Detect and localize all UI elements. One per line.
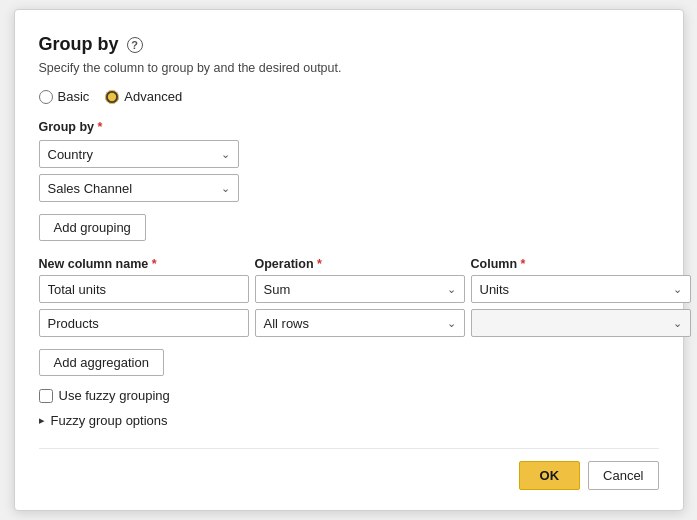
chevron-down-icon-col1: ⌄ <box>673 283 682 296</box>
chevron-down-icon-2: ⌄ <box>221 182 230 195</box>
column-dropdown-2-disabled: ⌄ <box>471 309 691 337</box>
aggregation-row-2: All rows ⌄ ⌄ <box>39 309 659 337</box>
chevron-down-icon-op1: ⌄ <box>447 283 456 296</box>
fuzzy-group-options-label: Fuzzy group options <box>51 413 168 428</box>
chevron-right-icon: ▸ <box>39 414 45 427</box>
fuzzy-grouping-row: Use fuzzy grouping <box>39 388 659 403</box>
fuzzy-grouping-label[interactable]: Use fuzzy grouping <box>59 388 170 403</box>
fuzzy-group-options-row[interactable]: ▸ Fuzzy group options <box>39 413 659 428</box>
operation-dropdown-2[interactable]: All rows ⌄ <box>255 309 465 337</box>
column-1-value: Units <box>480 282 510 297</box>
dialog-title-row: Group by ? <box>39 34 659 55</box>
chevron-down-icon-1: ⌄ <box>221 148 230 161</box>
radio-advanced[interactable]: Advanced <box>105 89 182 104</box>
operation-2-value: All rows <box>264 316 310 331</box>
column-dropdown-1[interactable]: Units ⌄ <box>471 275 691 303</box>
operation-dropdown-1[interactable]: Sum ⌄ <box>255 275 465 303</box>
dialog-subtitle: Specify the column to group by and the d… <box>39 61 659 75</box>
dialog-title: Group by <box>39 34 119 55</box>
column-label: Column <box>471 257 691 271</box>
radio-advanced-label: Advanced <box>124 89 182 104</box>
mode-radio-group: Basic Advanced <box>39 89 659 104</box>
aggregation-header: New column name Operation Column <box>39 257 659 271</box>
help-icon[interactable]: ? <box>127 37 143 53</box>
group-by-dropdown-1[interactable]: Country ⌄ <box>39 140 239 168</box>
ok-button[interactable]: OK <box>519 461 581 490</box>
radio-basic[interactable]: Basic <box>39 89 90 104</box>
group-by-1-value: Country <box>48 147 94 162</box>
aggregation-row-1: Sum ⌄ Units ⌄ <box>39 275 659 303</box>
group-by-dialog: Group by ? Specify the column to group b… <box>14 9 684 511</box>
chevron-down-icon-col2: ⌄ <box>673 317 682 330</box>
new-column-name-2[interactable] <box>39 309 249 337</box>
new-column-name-1[interactable] <box>39 275 249 303</box>
new-column-label: New column name <box>39 257 249 271</box>
fuzzy-grouping-checkbox[interactable] <box>39 389 53 403</box>
operation-label: Operation <box>255 257 465 271</box>
add-aggregation-button[interactable]: Add aggregation <box>39 349 164 376</box>
add-grouping-button[interactable]: Add grouping <box>39 214 146 241</box>
group-by-label: Group by <box>39 120 659 134</box>
cancel-button[interactable]: Cancel <box>588 461 658 490</box>
group-by-2-value: Sales Channel <box>48 181 133 196</box>
group-by-dropdown-2[interactable]: Sales Channel ⌄ <box>39 174 239 202</box>
radio-basic-label: Basic <box>58 89 90 104</box>
chevron-down-icon-op2: ⌄ <box>447 317 456 330</box>
dialog-footer: OK Cancel <box>39 448 659 490</box>
operation-1-value: Sum <box>264 282 291 297</box>
